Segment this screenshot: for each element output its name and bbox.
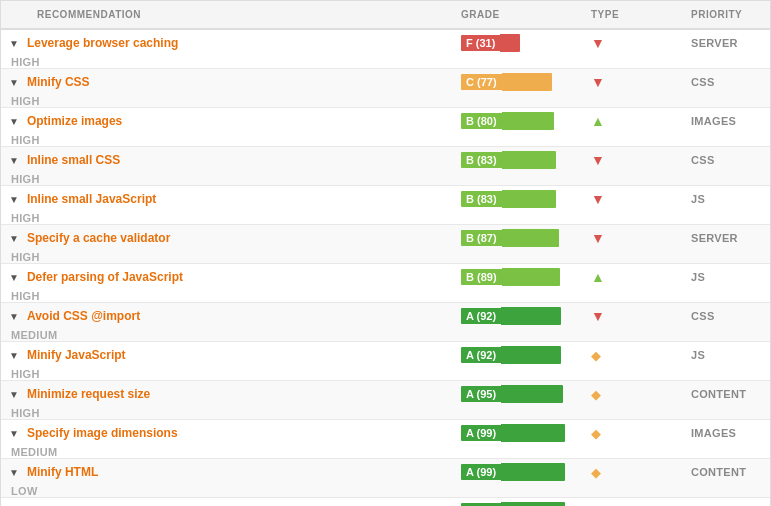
grade-cell: A (99): [451, 502, 581, 506]
trend-icon: ◆: [591, 348, 601, 363]
grade-label: B (89): [461, 269, 502, 285]
recommendation-cell: ▼ Specify a character set early: [1, 498, 451, 506]
type-cell: SERVER: [681, 232, 771, 244]
trend-cell: ▼: [581, 152, 681, 168]
type-cell: IMAGES: [681, 115, 771, 127]
type-cell: JS: [681, 271, 771, 283]
recommendation-cell: ▼ Defer parsing of JavaScript: [1, 264, 451, 290]
grade-bar: [502, 151, 556, 169]
expand-icon[interactable]: ▼: [9, 389, 19, 400]
grade-bar: [501, 424, 565, 442]
trend-cell: ▼: [581, 308, 681, 324]
recommendation-link[interactable]: Avoid CSS @import: [27, 309, 140, 323]
type-cell: SERVER: [681, 37, 771, 49]
grade-cell: A (92): [451, 307, 581, 325]
recommendation-cell: ▼ Specify a cache validator: [1, 225, 451, 251]
priority-cell: HIGH: [1, 407, 451, 419]
grade-bar: [501, 307, 561, 325]
grade-cell: A (92): [451, 346, 581, 364]
grade-bar-container: C (77): [461, 73, 571, 91]
trend-icon: ◆: [591, 465, 601, 480]
type-cell: CONTENT: [681, 466, 771, 478]
expand-icon[interactable]: ▼: [9, 467, 19, 478]
grade-bar: [502, 73, 552, 91]
grade-label: B (87): [461, 230, 502, 246]
expand-icon[interactable]: ▼: [9, 155, 19, 166]
type-cell: CSS: [681, 310, 771, 322]
grade-bar: [502, 112, 554, 130]
trend-cell: ▼: [581, 230, 681, 246]
type-cell: CSS: [681, 76, 771, 88]
grade-bar: [501, 463, 565, 481]
recommendation-cell: ▼ Minify JavaScript: [1, 342, 451, 368]
type-cell: IMAGES: [681, 427, 771, 439]
expand-icon[interactable]: ▼: [9, 311, 19, 322]
header-recommendation: RECOMMENDATION: [1, 9, 451, 20]
grade-bar-container: A (99): [461, 463, 571, 481]
grade-cell: A (99): [451, 463, 581, 481]
table-row: ▼ Specify a cache validator B (87) ▼ SER…: [1, 225, 770, 264]
grade-label: A (92): [461, 308, 501, 324]
trend-icon: ▼: [591, 308, 605, 324]
priority-cell: HIGH: [1, 56, 451, 68]
grade-bar-container: B (83): [461, 190, 571, 208]
recommendation-link[interactable]: Leverage browser caching: [27, 36, 178, 50]
grade-bar-container: B (89): [461, 268, 571, 286]
table-row: ▼ Defer parsing of JavaScript B (89) ▲ J…: [1, 264, 770, 303]
expand-icon[interactable]: ▼: [9, 350, 19, 361]
type-cell: JS: [681, 193, 771, 205]
recommendation-link[interactable]: Minimize request size: [27, 387, 150, 401]
priority-cell: HIGH: [1, 290, 451, 302]
table-row: ▼ Minify CSS C (77) ▼ CSS HIGH: [1, 69, 770, 108]
recommendation-cell: ▼ Minify HTML: [1, 459, 451, 485]
trend-icon: ▼: [591, 230, 605, 246]
priority-cell: HIGH: [1, 251, 451, 263]
expand-icon[interactable]: ▼: [9, 428, 19, 439]
priority-cell: MEDIUM: [1, 446, 451, 458]
recommendation-link[interactable]: Defer parsing of JavaScript: [27, 270, 183, 284]
trend-icon: ▲: [591, 113, 605, 129]
table-row: ▼ Minify HTML A (99) ◆ CONTENT LOW: [1, 459, 770, 498]
type-cell: CSS: [681, 154, 771, 166]
grade-label: B (80): [461, 113, 502, 129]
recommendation-link[interactable]: Minify HTML: [27, 465, 98, 479]
grade-label: F (31): [461, 35, 500, 51]
expand-icon[interactable]: ▼: [9, 233, 19, 244]
grade-cell: F (31): [451, 34, 581, 52]
recommendation-cell: ▼ Minimize request size: [1, 381, 451, 407]
recommendation-link[interactable]: Inline small CSS: [27, 153, 120, 167]
expand-icon[interactable]: ▼: [9, 272, 19, 283]
table-row: ▼ Avoid CSS @import A (92) ▼ CSS MEDIUM: [1, 303, 770, 342]
recommendation-cell: ▼ Avoid CSS @import: [1, 303, 451, 329]
grade-cell: B (83): [451, 190, 581, 208]
header-type: TYPE: [581, 9, 681, 20]
grade-bar-container: A (95): [461, 385, 571, 403]
recommendation-link[interactable]: Optimize images: [27, 114, 122, 128]
trend-icon: ▼: [591, 74, 605, 90]
trend-icon: ▲: [591, 269, 605, 285]
grade-bar-container: F (31): [461, 34, 571, 52]
recommendation-cell: ▼ Optimize images: [1, 108, 451, 134]
recommendation-link[interactable]: Minify CSS: [27, 75, 90, 89]
priority-cell: LOW: [1, 485, 451, 497]
priority-cell: HIGH: [1, 95, 451, 107]
trend-icon: ◆: [591, 387, 601, 402]
table-row: ▼ Inline small JavaScript B (83) ▼ JS HI…: [1, 186, 770, 225]
expand-icon[interactable]: ▼: [9, 194, 19, 205]
recommendation-cell: ▼ Inline small JavaScript: [1, 186, 451, 212]
trend-icon: ▼: [591, 191, 605, 207]
expand-icon[interactable]: ▼: [9, 38, 19, 49]
grade-bar-container: B (83): [461, 151, 571, 169]
recommendation-link[interactable]: Specify a cache validator: [27, 231, 170, 245]
grade-cell: B (87): [451, 229, 581, 247]
recommendation-link[interactable]: Specify image dimensions: [27, 426, 178, 440]
table-row: ▼ Minimize request size A (95) ◆ CONTENT…: [1, 381, 770, 420]
expand-icon[interactable]: ▼: [9, 77, 19, 88]
recommendation-link[interactable]: Minify JavaScript: [27, 348, 126, 362]
grade-bar: [502, 190, 556, 208]
recommendation-link[interactable]: Inline small JavaScript: [27, 192, 156, 206]
table-body: ▼ Leverage browser caching F (31) ▼ SERV…: [1, 30, 770, 506]
expand-icon[interactable]: ▼: [9, 116, 19, 127]
table-row: ▼ Leverage browser caching F (31) ▼ SERV…: [1, 30, 770, 69]
trend-cell: ◆: [581, 387, 681, 402]
